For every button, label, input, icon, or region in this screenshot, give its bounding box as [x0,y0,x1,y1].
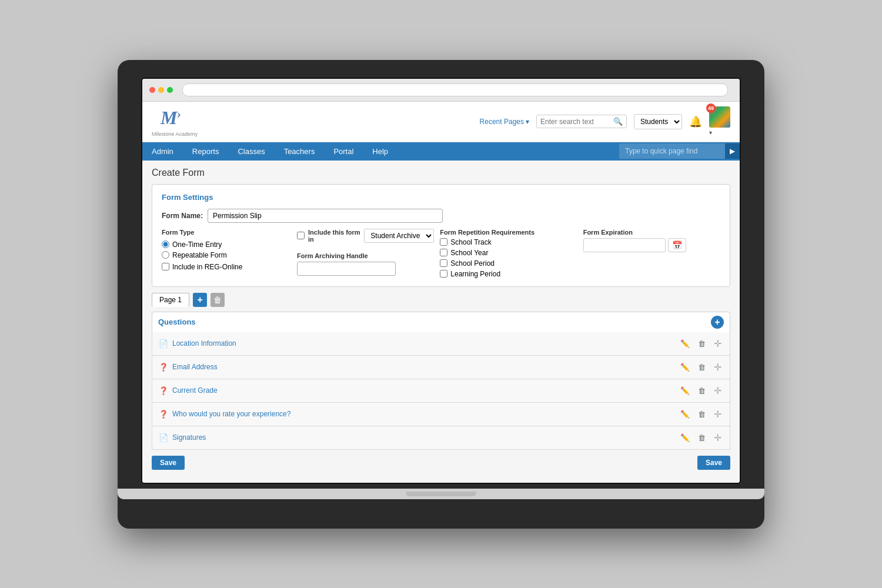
logo-icon: M › [161,106,189,130]
edit-button-1[interactable]: ✏️ [678,338,692,349]
delete-button-4[interactable]: 🗑 [696,409,708,420]
help-icon: ❓ [158,362,169,372]
form-archiving-input[interactable] [297,262,396,276]
move-button-3[interactable]: ✛ [711,384,724,397]
form-archiving-label: Form Archiving Handle [297,252,434,259]
nav-item-portal[interactable]: Portal [324,142,363,161]
user-avatar-area[interactable]: 49 ▾ [709,106,730,136]
repetition-section: Form Repetition Requirements School Trac… [440,229,577,278]
form-type-title: Form Type [162,229,291,236]
question-text-2[interactable]: Email Address [172,363,678,371]
expiration-title: Form Expiration [583,229,720,236]
nav-item-admin[interactable]: Admin [142,142,183,161]
question-item: 📄 Location Information ✏️ 🗑 ✛ [152,332,730,356]
nav-arrow-button[interactable]: ▶ [725,143,740,159]
header-right: Recent Pages ▾ 🔍 Students 🔔 49 ▾ [480,106,730,136]
expiration-input-row: 📅 [583,238,720,252]
add-page-button[interactable]: + [193,293,207,307]
page-tab-1[interactable]: Page 1 [152,293,189,307]
page-content: Create Form Form Settings Form Name: For… [142,161,740,483]
student-archive-select[interactable]: Student Archive [364,229,434,243]
move-button-5[interactable]: ✛ [711,431,724,445]
recent-pages-button[interactable]: Recent Pages ▾ [480,118,529,126]
checkbox-school-year[interactable]: School Year [440,249,577,257]
move-button-2[interactable]: ✛ [711,360,724,374]
browser-dots [149,87,173,93]
bell-icon[interactable]: 🔔 [689,115,702,128]
include-form-column: Include this form in Student Archive For… [297,229,434,276]
question-text-1[interactable]: Location Information [172,339,678,348]
nav-item-reports[interactable]: Reports [183,142,229,161]
move-button-4[interactable]: ✛ [711,407,724,421]
delete-button-1[interactable]: 🗑 [696,338,708,349]
edit-button-2[interactable]: ✏️ [678,362,692,373]
checkbox-school-period[interactable]: School Period [440,259,577,268]
quick-find-input[interactable] [619,143,725,159]
question-item: ❓ Current Grade ✏️ 🗑 ✛ [152,379,730,403]
include-form-section: Include this form in Student Archive For… [297,229,434,276]
expiration-column: Form Expiration 📅 [583,229,720,252]
checkbox-school-track[interactable]: School Track [440,238,577,246]
save-button[interactable]: Save [152,456,185,470]
question-actions-1: ✏️ 🗑 ✛ [678,337,724,350]
address-bar[interactable] [182,83,728,96]
doc-icon: 📄 [158,338,169,349]
logo-area: M › Milestone Academy [152,106,198,137]
question-text-3[interactable]: Current Grade [172,386,678,395]
delete-button-5[interactable]: 🗑 [696,432,708,443]
nav-item-help[interactable]: Help [363,142,397,161]
edit-button-3[interactable]: ✏️ [678,385,692,396]
questions-section: Questions + 📄 Location Information ✏️ 🗑 … [152,312,730,450]
app-header: M › Milestone Academy Recent Pages ▾ 🔍 S… [142,102,740,142]
expiration-input[interactable] [583,238,666,252]
nav-item-classes[interactable]: Classes [228,142,274,161]
form-name-input[interactable] [208,209,443,223]
include-reg-online-checkbox[interactable] [162,263,169,270]
form-name-label: Form Name: [162,212,203,220]
question-item: ❓ Who would you rate your experience? ✏️… [152,403,730,426]
delete-page-button[interactable]: 🗑 [211,293,225,307]
help-icon: ❓ [158,385,169,396]
question-actions-3: ✏️ 🗑 ✛ [678,384,724,397]
page-title: Create Form [152,168,730,178]
nav-item-teachers[interactable]: Teachers [275,142,325,161]
search-input[interactable] [540,118,611,126]
checkbox-learning-period[interactable]: Learning Period [440,270,577,278]
delete-button-3[interactable]: 🗑 [696,385,708,396]
nav-bar: Admin Reports Classes Teachers Portal He… [142,142,740,161]
search-icon: 🔍 [613,117,623,126]
edit-button-5[interactable]: ✏️ [678,432,692,443]
include-form-label: Include this form in [308,229,360,243]
calendar-button[interactable]: 📅 [668,238,686,252]
search-box: 🔍 [536,115,627,128]
expiration-section: Form Expiration 📅 [583,229,720,252]
delete-button-2[interactable]: 🗑 [696,362,708,373]
dot-fullscreen[interactable] [167,87,173,93]
form-archiving-section: Form Archiving Handle [297,252,434,276]
page-tabs-row: Page 1 + 🗑 [152,293,730,307]
chevron-down-icon: ▾ [526,118,529,126]
question-text-5[interactable]: Signatures [172,433,678,442]
save-button-bottom-right[interactable]: Save [697,456,730,470]
questions-header: Questions + [152,312,730,332]
form-name-row: Form Name: [162,209,720,223]
browser-chrome [142,79,740,102]
radio-one-time[interactable]: One-Time Entry [162,240,291,249]
svg-text:M: M [161,107,178,128]
question-item: ❓ Email Address ✏️ 🗑 ✛ [152,356,730,379]
chevron-down-icon: ▾ [709,129,712,136]
include-reg-online-row: Include in REG-Online [162,263,291,271]
form-type-section: Form Type One-Time Entry Repeatable Form [162,229,291,259]
help-icon: ❓ [158,409,169,419]
questions-title: Questions [158,318,196,326]
radio-repeatable[interactable]: Repeatable Form [162,251,291,259]
students-dropdown[interactable]: Students [634,114,682,129]
add-question-button[interactable]: + [711,316,724,329]
dot-close[interactable] [149,87,155,93]
question-text-4[interactable]: Who would you rate your experience? [172,410,678,418]
move-button-1[interactable]: ✛ [711,337,724,350]
logo-subtitle: Milestone Academy [152,131,198,137]
include-form-checkbox[interactable] [297,232,305,239]
edit-button-4[interactable]: ✏️ [678,409,692,420]
dot-minimize[interactable] [158,87,164,93]
